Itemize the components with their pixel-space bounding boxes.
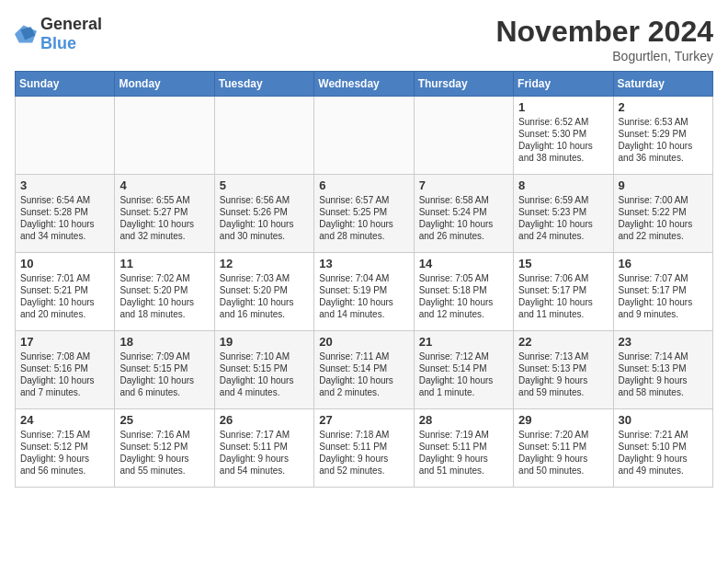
- cell-info: Sunrise: 6:54 AM: [20, 194, 109, 206]
- cell-info: Daylight: 10 hours: [220, 218, 309, 230]
- day-number: 25: [119, 413, 209, 427]
- cell-info: Daylight: 10 hours: [518, 296, 608, 308]
- calendar-cell: 18Sunrise: 7:09 AMSunset: 5:15 PMDayligh…: [115, 331, 214, 409]
- day-number: 7: [419, 178, 508, 192]
- calendar-cell: 2Sunrise: 6:53 AMSunset: 5:29 PMDaylight…: [613, 97, 712, 175]
- cell-info: Sunset: 5:24 PM: [419, 206, 508, 218]
- cell-info: Sunset: 5:12 PM: [119, 441, 209, 453]
- day-number: 15: [518, 257, 608, 270]
- cell-info: Daylight: 10 hours: [119, 374, 209, 386]
- day-number: 29: [518, 413, 608, 427]
- cell-info: Daylight: 10 hours: [419, 218, 508, 230]
- cell-info: and 20 minutes.: [20, 308, 109, 320]
- cell-info: Sunset: 5:26 PM: [220, 206, 309, 218]
- cell-info: Sunrise: 7:18 AM: [319, 429, 408, 441]
- cell-info: Daylight: 9 hours: [619, 374, 708, 386]
- day-number: 3: [20, 178, 109, 192]
- cell-info: Sunset: 5:15 PM: [119, 362, 209, 374]
- cell-info: Daylight: 10 hours: [619, 218, 708, 230]
- cell-info: and 11 minutes.: [518, 308, 608, 320]
- calendar-cell: 21Sunrise: 7:12 AMSunset: 5:14 PMDayligh…: [414, 331, 513, 409]
- cell-info: Sunrise: 7:14 AM: [619, 350, 708, 362]
- cell-info: and 30 minutes.: [220, 230, 309, 242]
- day-number: 9: [619, 178, 708, 192]
- cell-info: and 6 minutes.: [119, 386, 209, 398]
- day-number: 4: [119, 178, 209, 192]
- day-number: 19: [220, 335, 309, 349]
- cell-info: and 1 minute.: [419, 386, 508, 398]
- week-row-5: 24Sunrise: 7:15 AMSunset: 5:12 PMDayligh…: [16, 409, 713, 488]
- cell-info: Daylight: 9 hours: [518, 374, 608, 386]
- cell-info: Sunrise: 6:59 AM: [518, 194, 608, 206]
- cell-info: Sunrise: 7:21 AM: [619, 429, 708, 441]
- day-header-friday: Friday: [514, 72, 613, 97]
- cell-info: Daylight: 10 hours: [319, 218, 408, 230]
- calendar-cell: 17Sunrise: 7:08 AMSunset: 5:16 PMDayligh…: [16, 331, 115, 409]
- day-number: 2: [619, 100, 708, 114]
- cell-info: Sunrise: 6:56 AM: [220, 194, 309, 206]
- day-number: 10: [20, 257, 109, 270]
- day-number: 13: [319, 257, 408, 270]
- day-header-wednesday: Wednesday: [314, 72, 414, 97]
- cell-info: Sunrise: 7:13 AM: [518, 350, 608, 362]
- cell-info: and 38 minutes.: [518, 152, 608, 164]
- cell-info: Daylight: 10 hours: [20, 218, 109, 230]
- day-number: 30: [619, 413, 708, 427]
- cell-info: Daylight: 10 hours: [119, 218, 209, 230]
- cell-info: and 22 minutes.: [619, 230, 708, 242]
- calendar-cell: 29Sunrise: 7:20 AMSunset: 5:11 PMDayligh…: [514, 409, 613, 488]
- cell-info: Sunset: 5:17 PM: [619, 284, 708, 296]
- cell-info: Sunset: 5:17 PM: [518, 284, 608, 296]
- cell-info: Sunrise: 6:53 AM: [619, 116, 708, 128]
- cell-info: and 59 minutes.: [518, 386, 608, 398]
- day-number: 21: [419, 335, 508, 349]
- week-row-3: 10Sunrise: 7:01 AMSunset: 5:21 PMDayligh…: [16, 253, 713, 331]
- cell-info: Daylight: 9 hours: [220, 453, 309, 465]
- cell-info: Daylight: 9 hours: [319, 453, 408, 465]
- cell-info: and 12 minutes.: [419, 308, 508, 320]
- cell-info: Sunset: 5:18 PM: [419, 284, 508, 296]
- cell-info: Sunrise: 7:17 AM: [220, 429, 309, 441]
- cell-info: Daylight: 9 hours: [419, 453, 508, 465]
- cell-info: Daylight: 10 hours: [419, 296, 508, 308]
- cell-info: Sunset: 5:20 PM: [119, 284, 209, 296]
- day-number: 6: [319, 178, 408, 192]
- cell-info: and 2 minutes.: [319, 386, 408, 398]
- cell-info: Sunrise: 7:20 AM: [518, 429, 608, 441]
- cell-info: Daylight: 10 hours: [20, 374, 109, 386]
- week-row-4: 17Sunrise: 7:08 AMSunset: 5:16 PMDayligh…: [16, 331, 713, 409]
- cell-info: Sunset: 5:12 PM: [20, 441, 109, 453]
- cell-info: Daylight: 9 hours: [518, 453, 608, 465]
- cell-info: and 51 minutes.: [419, 465, 508, 477]
- cell-info: Daylight: 9 hours: [119, 453, 209, 465]
- logo-icon: [15, 25, 37, 43]
- calendar-cell: 30Sunrise: 7:21 AMSunset: 5:10 PMDayligh…: [613, 409, 712, 488]
- day-number: 16: [619, 257, 708, 270]
- cell-info: Sunrise: 7:10 AM: [220, 350, 309, 362]
- cell-info: Sunrise: 6:55 AM: [119, 194, 209, 206]
- cell-info: and 18 minutes.: [119, 308, 209, 320]
- cell-info: Sunset: 5:20 PM: [220, 284, 309, 296]
- calendar-cell: [115, 97, 214, 175]
- cell-info: Sunset: 5:16 PM: [20, 362, 109, 374]
- cell-info: and 56 minutes.: [20, 465, 109, 477]
- cell-info: Sunset: 5:25 PM: [319, 206, 408, 218]
- cell-info: and 26 minutes.: [419, 230, 508, 242]
- cell-info: Daylight: 10 hours: [319, 374, 408, 386]
- calendar-cell: 12Sunrise: 7:03 AMSunset: 5:20 PMDayligh…: [214, 253, 313, 331]
- day-number: 18: [119, 335, 209, 349]
- day-number: 27: [319, 413, 408, 427]
- calendar-cell: 7Sunrise: 6:58 AMSunset: 5:24 PMDaylight…: [414, 175, 513, 253]
- cell-info: Sunrise: 6:52 AM: [518, 116, 608, 128]
- cell-info: Sunset: 5:10 PM: [619, 441, 708, 453]
- cell-info: Sunrise: 7:01 AM: [20, 272, 109, 284]
- cell-info: and 7 minutes.: [20, 386, 109, 398]
- day-number: 8: [518, 178, 608, 192]
- calendar-cell: 13Sunrise: 7:04 AMSunset: 5:19 PMDayligh…: [314, 253, 414, 331]
- cell-info: and 54 minutes.: [220, 465, 309, 477]
- calendar-cell: 11Sunrise: 7:02 AMSunset: 5:20 PMDayligh…: [115, 253, 214, 331]
- cell-info: Sunset: 5:14 PM: [419, 362, 508, 374]
- cell-info: Daylight: 10 hours: [319, 296, 408, 308]
- cell-info: and 36 minutes.: [619, 152, 708, 164]
- cell-info: Sunset: 5:19 PM: [319, 284, 408, 296]
